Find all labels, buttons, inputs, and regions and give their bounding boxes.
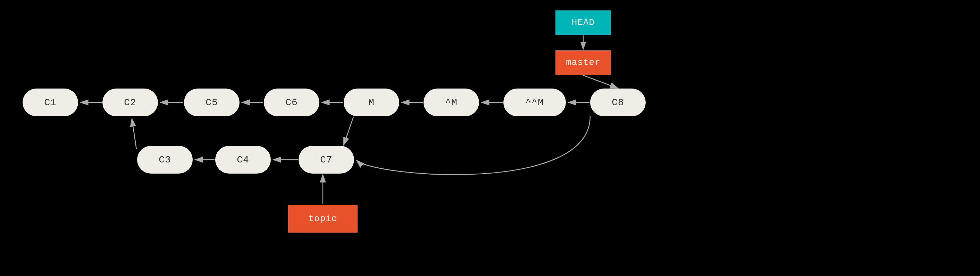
arrows-svg — [0, 0, 980, 276]
node-c7: C7 — [299, 146, 354, 174]
svg-line-12 — [344, 117, 353, 145]
node-c2: C2 — [102, 89, 158, 116]
svg-line-8 — [132, 119, 137, 149]
node-ccm: ^^M — [503, 89, 566, 116]
label-topic: topic — [288, 205, 358, 233]
node-m: M — [344, 89, 399, 116]
diagram-container: C1 C2 C5 C6 M ^M ^^M C8 C3 C4 C7 HEAD ma… — [0, 0, 980, 276]
node-c5: C5 — [184, 89, 240, 116]
node-c1: C1 — [22, 89, 78, 116]
node-c8: C8 — [590, 89, 646, 116]
label-master: master — [555, 50, 611, 75]
node-c4: C4 — [215, 146, 271, 174]
label-head: HEAD — [555, 10, 611, 35]
node-c6: C6 — [264, 89, 320, 116]
svg-line-14 — [583, 75, 618, 88]
node-cm: ^M — [423, 89, 479, 116]
node-c3: C3 — [137, 146, 192, 174]
